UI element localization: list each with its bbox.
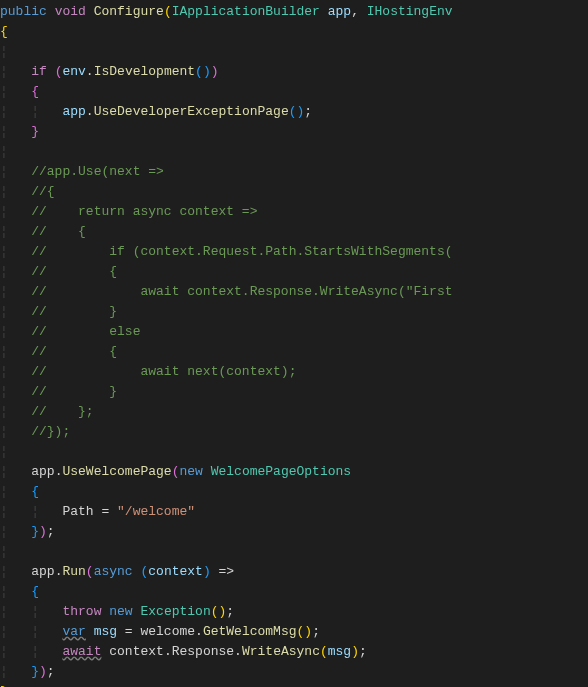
comment: // {	[31, 264, 117, 279]
var: welcome	[140, 624, 195, 639]
dot: .	[86, 64, 94, 79]
var: env	[62, 64, 85, 79]
method-name: Configure	[94, 4, 164, 19]
comment: //{	[31, 184, 54, 199]
comment: // {	[31, 224, 86, 239]
brace-open: {	[0, 24, 8, 39]
comment: // if (context.Request.Path.StartsWithSe…	[31, 244, 452, 259]
comment: //});	[31, 424, 70, 439]
var: context	[109, 644, 164, 659]
comment: // {	[31, 344, 117, 359]
comment: // };	[31, 404, 93, 419]
comment: // await context.Response.WriteAsync("Fi…	[31, 284, 452, 299]
type: WelcomePageOptions	[211, 464, 351, 479]
comment: // }	[31, 304, 117, 319]
keyword-var: var	[62, 624, 85, 639]
var: app	[31, 464, 54, 479]
type: IHostingEnv	[367, 4, 453, 19]
brace-open: {	[31, 84, 39, 99]
arg: msg	[328, 644, 351, 659]
var: app	[31, 564, 54, 579]
var: app	[62, 104, 85, 119]
code-editor[interactable]: public void Configure(IApplicationBuilde…	[0, 0, 588, 687]
keyword-if: if	[31, 64, 47, 79]
comment: // else	[31, 324, 140, 339]
method-call: IsDevelopment	[94, 64, 195, 79]
keyword-throw: throw	[62, 604, 101, 619]
keyword-void: void	[55, 4, 86, 19]
comment: // }	[31, 384, 117, 399]
keyword-new: new	[109, 604, 132, 619]
operator: =	[117, 624, 140, 639]
method-call: UseWelcomePage	[62, 464, 171, 479]
property: Response	[172, 644, 234, 659]
var: msg	[94, 624, 117, 639]
brace-open: {	[31, 584, 39, 599]
param: context	[148, 564, 203, 579]
string-literal: "/welcome"	[117, 504, 195, 519]
method-call: GetWelcomMsg	[203, 624, 297, 639]
keyword-new: new	[179, 464, 202, 479]
operator: =	[94, 504, 117, 519]
brace-close: }	[31, 664, 39, 679]
param: app	[328, 4, 351, 19]
method-call: UseDeveloperExceptionPage	[94, 104, 289, 119]
property: Path	[62, 504, 93, 519]
keyword-public: public	[0, 4, 47, 19]
brace-open: {	[31, 484, 39, 499]
comment: // return async context =>	[31, 204, 257, 219]
comment: // await next(context);	[31, 364, 296, 379]
keyword-await: await	[62, 644, 101, 659]
keyword-async: async	[94, 564, 133, 579]
brace-close: }	[31, 524, 39, 539]
type: IApplicationBuilder	[172, 4, 320, 19]
brace-close: }	[31, 124, 39, 139]
lambda-arrow: =>	[211, 564, 234, 579]
comment: //app.Use(next =>	[31, 164, 164, 179]
method-call: Run	[62, 564, 85, 579]
method-call: WriteAsync	[242, 644, 320, 659]
type: Exception	[140, 604, 210, 619]
